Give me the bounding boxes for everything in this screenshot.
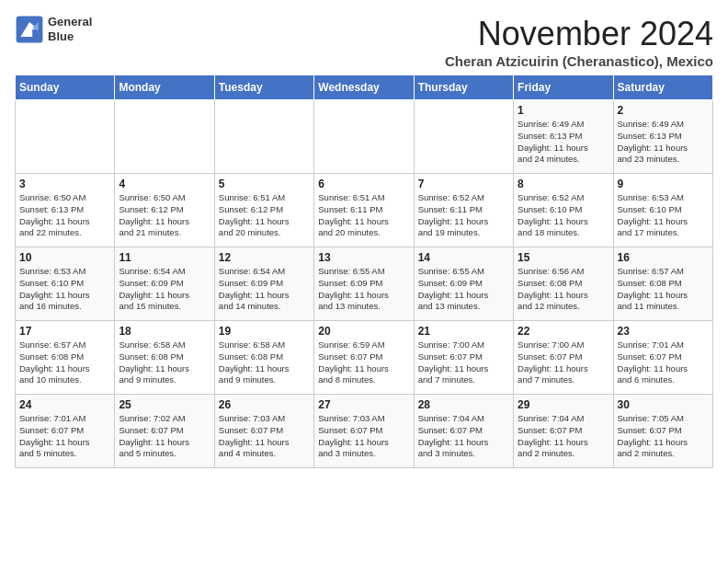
calendar-table: SundayMondayTuesdayWednesdayThursdayFrid… [15,75,713,468]
day-number: 9 [618,178,709,190]
calendar-cell [16,100,115,174]
logo-icon [15,15,44,44]
day-number: 4 [119,178,210,190]
weekday-header-saturday: Saturday [613,75,712,100]
day-number: 23 [618,325,709,338]
day-number: 6 [318,178,409,190]
calendar-cell: 6Sunrise: 6:51 AM Sunset: 6:11 PM Daylig… [314,174,414,247]
calendar-cell [414,100,513,174]
calendar-week-row: 3Sunrise: 6:50 AM Sunset: 6:13 PM Daylig… [16,174,713,247]
logo: General Blue [15,15,92,44]
calendar-cell [214,100,313,174]
calendar-cell: 8Sunrise: 6:52 AM Sunset: 6:10 PM Daylig… [514,174,613,247]
day-info: Sunrise: 6:53 AM Sunset: 6:10 PM Dayligh… [19,266,110,313]
calendar-cell: 21Sunrise: 7:00 AM Sunset: 6:07 PM Dayli… [414,321,513,395]
day-number: 5 [219,178,310,190]
calendar-cell: 14Sunrise: 6:55 AM Sunset: 6:09 PM Dayli… [414,247,513,321]
calendar-cell: 26Sunrise: 7:03 AM Sunset: 6:07 PM Dayli… [214,395,313,468]
calendar-cell: 4Sunrise: 6:50 AM Sunset: 6:12 PM Daylig… [115,174,214,247]
calendar-cell: 27Sunrise: 7:03 AM Sunset: 6:07 PM Dayli… [314,395,414,468]
weekday-header-tuesday: Tuesday [214,75,313,100]
day-number: 7 [418,178,509,190]
calendar-cell: 7Sunrise: 6:52 AM Sunset: 6:11 PM Daylig… [414,174,513,247]
day-number: 17 [19,325,110,338]
day-number: 13 [318,251,409,264]
calendar-cell: 19Sunrise: 6:58 AM Sunset: 6:08 PM Dayli… [214,321,313,395]
day-number: 19 [219,325,310,338]
day-info: Sunrise: 6:52 AM Sunset: 6:11 PM Dayligh… [418,192,509,239]
calendar-cell: 17Sunrise: 6:57 AM Sunset: 6:08 PM Dayli… [16,321,115,395]
calendar-week-row: 1Sunrise: 6:49 AM Sunset: 6:13 PM Daylig… [16,100,713,174]
calendar-cell: 30Sunrise: 7:05 AM Sunset: 6:07 PM Dayli… [613,395,712,468]
day-number: 25 [119,398,210,411]
weekday-header-wednesday: Wednesday [314,75,414,100]
day-number: 18 [119,325,210,338]
day-number: 30 [618,398,709,411]
weekday-header-sunday: Sunday [16,75,115,100]
day-number: 2 [618,104,709,117]
day-info: Sunrise: 6:57 AM Sunset: 6:08 PM Dayligh… [19,339,110,386]
weekday-header-monday: Monday [115,75,214,100]
calendar-cell: 16Sunrise: 6:57 AM Sunset: 6:08 PM Dayli… [613,247,712,321]
calendar-cell: 3Sunrise: 6:50 AM Sunset: 6:13 PM Daylig… [16,174,115,247]
calendar-cell [115,100,214,174]
calendar-cell: 29Sunrise: 7:04 AM Sunset: 6:07 PM Dayli… [514,395,613,468]
calendar-cell: 25Sunrise: 7:02 AM Sunset: 6:07 PM Dayli… [115,395,214,468]
day-info: Sunrise: 6:51 AM Sunset: 6:12 PM Dayligh… [219,192,310,239]
day-info: Sunrise: 6:59 AM Sunset: 6:07 PM Dayligh… [318,339,409,386]
calendar-cell: 15Sunrise: 6:56 AM Sunset: 6:08 PM Dayli… [514,247,613,321]
calendar-cell: 18Sunrise: 6:58 AM Sunset: 6:08 PM Dayli… [115,321,214,395]
day-number: 22 [518,325,609,338]
day-number: 27 [318,398,409,411]
day-info: Sunrise: 6:58 AM Sunset: 6:08 PM Dayligh… [119,339,210,386]
day-info: Sunrise: 7:04 AM Sunset: 6:07 PM Dayligh… [518,413,609,460]
calendar-cell: 24Sunrise: 7:01 AM Sunset: 6:07 PM Dayli… [16,395,115,468]
day-info: Sunrise: 7:03 AM Sunset: 6:07 PM Dayligh… [219,413,310,460]
day-number: 21 [418,325,509,338]
calendar-cell: 5Sunrise: 6:51 AM Sunset: 6:12 PM Daylig… [214,174,313,247]
day-number: 16 [618,251,709,264]
weekday-header-friday: Friday [514,75,613,100]
day-info: Sunrise: 6:54 AM Sunset: 6:09 PM Dayligh… [219,266,310,313]
calendar-cell: 11Sunrise: 6:54 AM Sunset: 6:09 PM Dayli… [115,247,214,321]
calendar-cell: 10Sunrise: 6:53 AM Sunset: 6:10 PM Dayli… [16,247,115,321]
title-block: November 2024 Cheran Atzicuirin (Cherana… [445,15,713,69]
day-info: Sunrise: 6:54 AM Sunset: 6:09 PM Dayligh… [119,266,210,313]
calendar-cell: 22Sunrise: 7:00 AM Sunset: 6:07 PM Dayli… [514,321,613,395]
calendar-cell: 2Sunrise: 6:49 AM Sunset: 6:13 PM Daylig… [613,100,712,174]
day-number: 11 [119,251,210,264]
logo-text: General Blue [48,15,92,43]
calendar-cell: 13Sunrise: 6:55 AM Sunset: 6:09 PM Dayli… [314,247,414,321]
calendar-week-row: 17Sunrise: 6:57 AM Sunset: 6:08 PM Dayli… [16,321,713,395]
day-info: Sunrise: 6:55 AM Sunset: 6:09 PM Dayligh… [318,266,409,313]
day-info: Sunrise: 6:52 AM Sunset: 6:10 PM Dayligh… [518,192,609,239]
calendar-cell: 28Sunrise: 7:04 AM Sunset: 6:07 PM Dayli… [414,395,513,468]
calendar-cell: 12Sunrise: 6:54 AM Sunset: 6:09 PM Dayli… [214,247,313,321]
day-info: Sunrise: 6:50 AM Sunset: 6:12 PM Dayligh… [119,192,210,239]
calendar-week-row: 10Sunrise: 6:53 AM Sunset: 6:10 PM Dayli… [16,247,713,321]
day-number: 10 [19,251,110,264]
day-info: Sunrise: 6:49 AM Sunset: 6:13 PM Dayligh… [618,119,709,166]
day-number: 26 [219,398,310,411]
day-number: 28 [418,398,509,411]
main-title: November 2024 [445,15,713,53]
calendar-cell: 20Sunrise: 6:59 AM Sunset: 6:07 PM Dayli… [314,321,414,395]
calendar-week-row: 24Sunrise: 7:01 AM Sunset: 6:07 PM Dayli… [16,395,713,468]
day-info: Sunrise: 7:01 AM Sunset: 6:07 PM Dayligh… [19,413,110,460]
calendar-cell [314,100,414,174]
subtitle: Cheran Atzicuirin (Cheranastico), Mexico [445,53,713,69]
day-info: Sunrise: 7:04 AM Sunset: 6:07 PM Dayligh… [418,413,509,460]
day-number: 8 [518,178,609,190]
day-info: Sunrise: 7:00 AM Sunset: 6:07 PM Dayligh… [518,339,609,386]
day-number: 24 [19,398,110,411]
day-info: Sunrise: 6:56 AM Sunset: 6:08 PM Dayligh… [518,266,609,313]
day-info: Sunrise: 7:03 AM Sunset: 6:07 PM Dayligh… [318,413,409,460]
calendar-cell: 1Sunrise: 6:49 AM Sunset: 6:13 PM Daylig… [514,100,613,174]
weekday-header-row: SundayMondayTuesdayWednesdayThursdayFrid… [16,75,713,100]
day-info: Sunrise: 6:50 AM Sunset: 6:13 PM Dayligh… [19,192,110,239]
day-number: 3 [19,178,110,190]
day-info: Sunrise: 6:53 AM Sunset: 6:10 PM Dayligh… [618,192,709,239]
day-info: Sunrise: 7:00 AM Sunset: 6:07 PM Dayligh… [418,339,509,386]
day-info: Sunrise: 6:57 AM Sunset: 6:08 PM Dayligh… [618,266,709,313]
day-number: 14 [418,251,509,264]
